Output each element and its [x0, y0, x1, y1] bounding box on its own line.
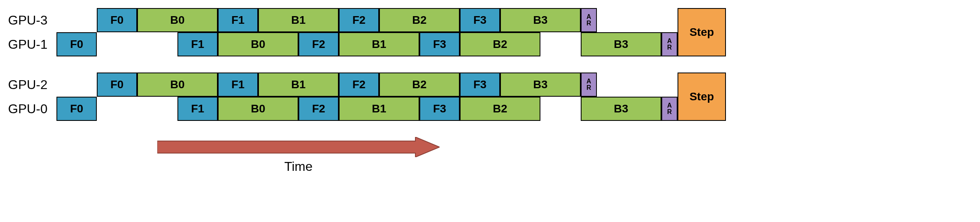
backward-block: B2 [379, 8, 460, 32]
backward-block: B1 [258, 73, 339, 97]
timeline: F0F1B0F2B1F3B2B3AR [56, 97, 742, 121]
time-arrow: Time [157, 137, 440, 174]
gpu-label: GPU-0 [8, 102, 56, 116]
allreduce-block: AR [661, 97, 678, 121]
backward-block: B0 [137, 8, 218, 32]
forward-block: F2 [298, 32, 339, 56]
parallel-group-0: GPU-3F0B0F1B1F2B2F3B3ARStepGPU-1F0F1B0F2… [8, 8, 972, 56]
backward-block: B1 [258, 8, 339, 32]
forward-block: F1 [177, 32, 218, 56]
gpu-label: GPU-3 [8, 13, 56, 28]
timeline: F0B0F1B1F2B2F3B3ARStep [56, 73, 742, 97]
gpu-row: GPU-2F0B0F1B1F2B2F3B3ARStep [8, 73, 972, 97]
forward-block: F0 [97, 73, 137, 97]
time-label: Time [284, 159, 313, 174]
timeline: F0F1B0F2B1F3B2B3AR [56, 32, 742, 56]
gpu-label: GPU-1 [8, 37, 56, 52]
forward-block: F3 [419, 97, 460, 121]
backward-block: B1 [339, 97, 419, 121]
backward-block: B0 [137, 73, 218, 97]
gpu-row: GPU-1F0F1B0F2B1F3B2B3AR [8, 32, 972, 56]
forward-block: F2 [298, 97, 339, 121]
backward-block: B3 [581, 32, 661, 56]
backward-block: B3 [581, 97, 661, 121]
backward-block: B3 [500, 73, 581, 97]
forward-block: F1 [218, 8, 258, 32]
allreduce-block: AR [581, 8, 597, 32]
allreduce-block: AR [581, 73, 597, 97]
forward-block: F1 [177, 97, 218, 121]
forward-block: F0 [97, 8, 137, 32]
step-block: Step [678, 8, 726, 56]
parallel-group-1: GPU-2F0B0F1B1F2B2F3B3ARStepGPU-0F0F1B0F2… [8, 73, 972, 121]
gpu-row: GPU-3F0B0F1B1F2B2F3B3ARStep [8, 8, 972, 32]
backward-block: B2 [379, 73, 460, 97]
step-block: Step [678, 73, 726, 121]
svg-marker-0 [157, 137, 440, 157]
backward-block: B0 [218, 97, 298, 121]
forward-block: F2 [339, 8, 379, 32]
backward-block: B3 [500, 8, 581, 32]
forward-block: F3 [419, 32, 460, 56]
backward-block: B2 [460, 97, 540, 121]
forward-block: F3 [460, 8, 500, 32]
forward-block: F1 [218, 73, 258, 97]
gpu-row: GPU-0F0F1B0F2B1F3B2B3AR [8, 97, 972, 121]
backward-block: B1 [339, 32, 419, 56]
backward-block: B0 [218, 32, 298, 56]
timeline: F0B0F1B1F2B2F3B3ARStep [56, 8, 742, 32]
forward-block: F0 [56, 32, 97, 56]
pipeline-diagram: GPU-3F0B0F1B1F2B2F3B3ARStepGPU-1F0F1B0F2… [8, 8, 972, 174]
gpu-label: GPU-2 [8, 77, 56, 92]
forward-block: F0 [56, 97, 97, 121]
backward-block: B2 [460, 32, 540, 56]
forward-block: F2 [339, 73, 379, 97]
allreduce-block: AR [661, 32, 678, 56]
forward-block: F3 [460, 73, 500, 97]
